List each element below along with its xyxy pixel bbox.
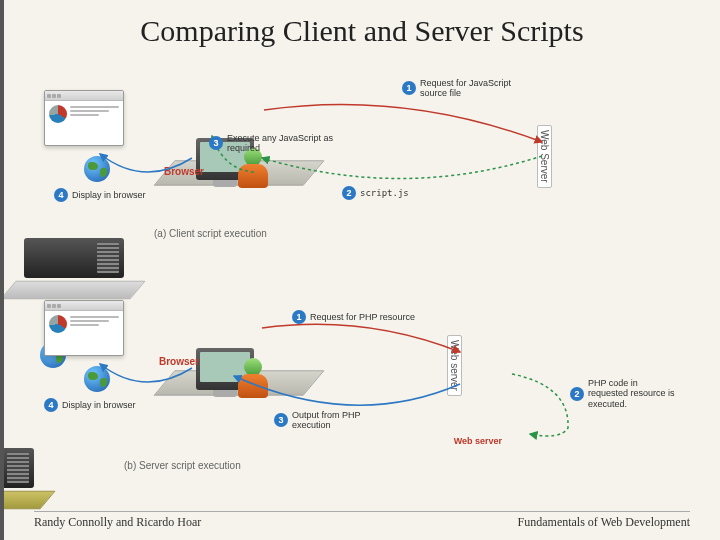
step-1: 1Request for JavaScript source file [402,78,532,99]
user-icon [238,148,268,188]
globe-icon [84,156,110,182]
browser-window-icon [44,90,124,146]
browser-label: Browser [164,166,204,177]
section-b-caption: (b) Server script execution [124,460,241,471]
web-server-caption: Web server [454,436,502,446]
pie-chart-icon [49,105,67,123]
pie-chart-icon [49,315,67,333]
diagram-server-script: Browser Web server Web server 1Request f… [44,280,680,480]
slide-footer: Randy Connolly and Ricardo Hoar Fundamen… [34,511,690,530]
footer-right: Fundamentals of Web Development [518,515,690,530]
user-icon [238,358,268,398]
step-3: 3Output from PHP execution [274,410,394,431]
browser-label: Browser [159,356,199,367]
web-server-label: Web Server [537,125,552,188]
web-server-label: Web server [447,335,462,396]
step-1: 1Request for PHP resource [292,310,432,324]
step-3: 3Execute any JavaScript as required [209,133,359,154]
step-4: 4Display in browser [54,188,146,202]
browser-window-icon [44,300,124,356]
slide-title: Comparing Client and Server Scripts [4,0,720,52]
section-a-caption: (a) Client script execution [154,228,267,239]
diagram-client-script: Browser Web Server 1Request for JavaScri… [44,70,680,260]
step-4: 4Display in browser [44,398,136,412]
step-2: 2script.js [342,186,409,200]
footer-left: Randy Connolly and Ricardo Hoar [34,515,201,530]
globe-icon [84,366,110,392]
server-icon [0,448,34,508]
step-2: 2PHP code in requested resource is execu… [570,378,680,409]
